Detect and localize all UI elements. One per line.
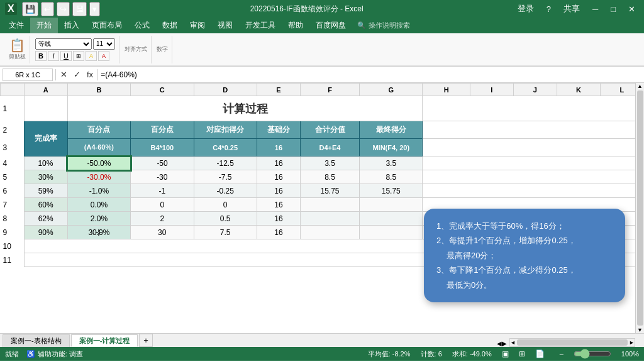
tab-pagelayout[interactable]: 页面布局	[86, 18, 128, 33]
col-header-d[interactable]: D	[194, 84, 257, 96]
cell-g8[interactable]	[360, 212, 423, 226]
cell-b4[interactable]: -50.0%	[67, 156, 130, 170]
cell-g7[interactable]	[360, 198, 423, 212]
cell-a1[interactable]	[24, 96, 67, 121]
tab-help[interactable]: 帮助	[282, 18, 309, 33]
font-size-select[interactable]: 11	[93, 38, 115, 50]
cell-f9[interactable]	[300, 226, 359, 239]
col-header-b[interactable]: B	[67, 84, 130, 96]
cell-a2[interactable]: 完成率	[24, 121, 67, 156]
cell-f3[interactable]: D4+E4	[300, 139, 359, 156]
cell-e7[interactable]: 16	[257, 198, 300, 212]
quickaccess-button[interactable]: 🖫	[72, 2, 87, 16]
cell-h6[interactable]	[423, 184, 644, 198]
cell-d7[interactable]: 0	[194, 198, 257, 212]
cell-e3[interactable]: 16	[257, 139, 300, 156]
scroll-right-button[interactable]: ►	[629, 339, 635, 346]
cell-e8[interactable]: 16	[257, 212, 300, 226]
cell-h1[interactable]	[423, 96, 644, 121]
cell-d2[interactable]: 对应扣得分	[194, 121, 257, 139]
cell-f5[interactable]: 8.5	[300, 170, 359, 184]
col-header-g[interactable]: G	[360, 84, 423, 96]
tab-case1-structure[interactable]: 案例一-表格结构	[3, 334, 70, 347]
col-header-f[interactable]: F	[300, 84, 359, 96]
cell-a6[interactable]: 59%	[24, 184, 67, 198]
col-header-e[interactable]: E	[257, 84, 300, 96]
cell-c4[interactable]: -50	[131, 156, 194, 170]
cell-e6[interactable]: 16	[257, 184, 300, 198]
maximize-button[interactable]: □	[607, 3, 619, 15]
cell-g5[interactable]: 8.5	[360, 170, 423, 184]
cell-b8[interactable]: 2.0%	[67, 212, 130, 226]
cell-b5[interactable]: -30.0%	[67, 170, 130, 184]
tab-data[interactable]: 数据	[156, 18, 184, 33]
cell-a7[interactable]: 60%	[24, 198, 67, 212]
cell-e9[interactable]: 16	[257, 226, 300, 239]
cell-d8[interactable]: 0.5	[194, 212, 257, 226]
cell-b9[interactable]: 30.0% ✛	[67, 226, 130, 239]
cell-a4[interactable]: 10%	[24, 156, 67, 170]
login-button[interactable]: 登录	[514, 2, 538, 16]
underline-button[interactable]: U	[60, 51, 72, 61]
cell-g9[interactable]	[360, 226, 423, 239]
italic-button[interactable]: I	[48, 51, 59, 61]
font-family-select[interactable]: 等线	[35, 38, 92, 50]
cell-a8[interactable]: 62%	[24, 212, 67, 226]
help-button[interactable]: ?	[543, 3, 555, 15]
tab-baidu[interactable]: 百度网盘	[309, 18, 352, 33]
cell-f7[interactable]	[300, 198, 359, 212]
cell-d5[interactable]: -7.5	[194, 170, 257, 184]
h-scroll-thumb[interactable]	[517, 339, 628, 346]
cell-c6[interactable]: -1	[131, 184, 194, 198]
scroll-thumb[interactable]	[637, 90, 643, 326]
save-button[interactable]: 💾	[22, 2, 38, 16]
cell-c8[interactable]: 2	[131, 212, 194, 226]
cancel-formula-button[interactable]: ✕	[58, 70, 69, 79]
zoom-slider[interactable]	[574, 351, 611, 357]
cell-e4[interactable]: 16	[257, 156, 300, 170]
cell-c7[interactable]: 0	[131, 198, 194, 212]
cell-d9[interactable]: 7.5	[194, 226, 257, 239]
scroll-sheets-left[interactable]: ◀	[497, 340, 502, 347]
cell-d3[interactable]: C4*0.25	[194, 139, 257, 156]
cell-b1-title[interactable]: 计算过程	[67, 96, 423, 121]
cell-c2[interactable]: 百分点	[131, 121, 194, 139]
cell-f2[interactable]: 合计分值	[300, 121, 359, 139]
cell-f4[interactable]: 3.5	[300, 156, 359, 170]
horizontal-scrollbar[interactable]: ◄ ►	[509, 338, 635, 347]
formula-input[interactable]	[101, 70, 641, 79]
minimize-button[interactable]: ─	[589, 3, 602, 15]
tab-view[interactable]: 视图	[211, 18, 239, 33]
cell-g2[interactable]: 最终得分	[360, 121, 423, 139]
col-header-k[interactable]: K	[557, 84, 600, 96]
cell-c3[interactable]: B4*100	[131, 139, 194, 156]
redo-button[interactable]: ↪	[57, 2, 70, 16]
insert-function-button[interactable]: fx	[85, 70, 95, 79]
cell-h4[interactable]	[423, 156, 644, 170]
share-button[interactable]: 共享	[560, 2, 584, 16]
add-sheet-button[interactable]: +	[139, 334, 153, 347]
normal-view-button[interactable]: ▣	[502, 349, 509, 358]
cell-reference[interactable]	[3, 69, 53, 81]
undo-button[interactable]: ↩	[41, 2, 54, 16]
font-color-button[interactable]: A	[98, 51, 109, 61]
scroll-down-button[interactable]: ▼	[636, 327, 645, 333]
cell-b3[interactable]: (A4-60%)	[67, 139, 130, 156]
cell-e2[interactable]: 基础分	[257, 121, 300, 139]
cell-f6[interactable]: 15.75	[300, 184, 359, 198]
tab-review[interactable]: 审阅	[184, 18, 211, 33]
scroll-up-button[interactable]: ▲	[636, 83, 645, 89]
close-button[interactable]: ✕	[625, 3, 639, 15]
col-header-h[interactable]: H	[423, 84, 470, 96]
pagelayout-view-button[interactable]: 📄	[535, 349, 545, 358]
border-button[interactable]: ⊞	[73, 51, 84, 61]
tab-home[interactable]: 开始	[30, 18, 58, 33]
cell-d4[interactable]: -12.5	[194, 156, 257, 170]
paste-button[interactable]: 📋	[9, 38, 25, 53]
cell-e5[interactable]: 16	[257, 170, 300, 184]
scroll-left-button[interactable]: ◄	[510, 339, 516, 346]
cell-h3[interactable]	[423, 139, 644, 156]
vertical-scrollbar[interactable]: ▲ ▼	[635, 83, 644, 333]
scroll-sheets-right[interactable]: ▶	[502, 340, 507, 347]
cell-g4[interactable]: 3.5	[360, 156, 423, 170]
